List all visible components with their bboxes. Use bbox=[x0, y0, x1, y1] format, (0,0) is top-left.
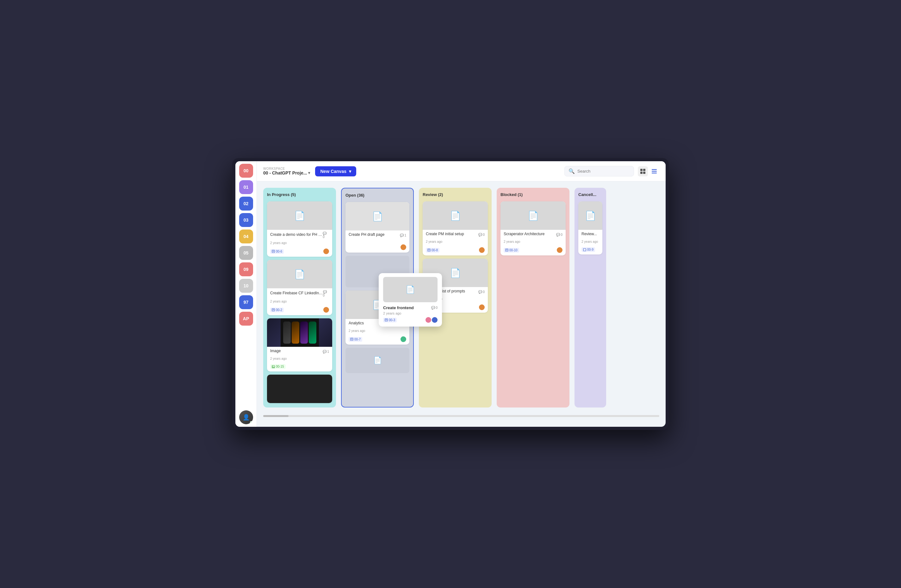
dragging-avatar-1 bbox=[426, 317, 431, 323]
app-window: 00 01 02 03 04 05 09 10 97 AP 👤 Workspac… bbox=[235, 161, 666, 427]
new-canvas-label: New Canvas bbox=[320, 169, 346, 174]
card-00-8[interactable]: 📄 Create PM initial setup 💬 0 2 years ag… bbox=[422, 201, 488, 255]
card-00-2-image: 📄 bbox=[267, 260, 332, 288]
card-00-10-time: 2 years ago bbox=[504, 240, 563, 243]
sidebar-item-ap[interactable]: AP bbox=[239, 312, 253, 326]
card-00-7-title: Analytics bbox=[349, 321, 364, 325]
sidebar-item-97[interactable]: 97 bbox=[239, 295, 253, 309]
svg-rect-3 bbox=[643, 172, 645, 174]
doc-icon: 📄 bbox=[450, 268, 461, 278]
card-ph-draft-comments: 💬 1 bbox=[400, 233, 406, 237]
svg-rect-6 bbox=[652, 173, 657, 174]
board-wrapper: In Progress (5) 📄 Create a demo video fo… bbox=[257, 182, 666, 427]
card-00-6-comments: 💬 0 bbox=[323, 232, 329, 239]
card-00-2-id: 00-2 bbox=[270, 308, 284, 312]
phone-shape-4 bbox=[309, 322, 316, 344]
doc-icon: 📄 bbox=[294, 269, 305, 280]
card-cancelled-image: 📄 bbox=[578, 201, 602, 230]
card-in-progress-bottom[interactable] bbox=[267, 375, 332, 403]
workspace-chevron-icon: ▾ bbox=[308, 171, 310, 175]
sidebar-item-03[interactable]: 03 bbox=[239, 213, 253, 227]
column-open-header: Open (36) bbox=[346, 193, 409, 198]
card-bottom-image bbox=[267, 375, 332, 403]
svg-rect-13 bbox=[272, 366, 274, 368]
horizontal-scrollbar[interactable] bbox=[263, 415, 659, 417]
sidebar-item-04[interactable]: 04 bbox=[239, 230, 253, 243]
phone-shape-3 bbox=[300, 322, 308, 344]
column-review-header: Review (2) bbox=[422, 192, 488, 197]
sidebar-item-00[interactable]: 00 bbox=[239, 164, 253, 178]
sidebar-item-01[interactable]: 01 bbox=[239, 180, 253, 194]
card-00-2-avatar bbox=[323, 307, 329, 313]
doc-icon: 📄 bbox=[294, 210, 305, 221]
card-ph-draft-image: 📄 bbox=[346, 202, 409, 230]
card-00-10[interactable]: 📄 Scraperator Architecture 💬 0 2 years a… bbox=[500, 201, 566, 255]
column-in-progress: In Progress (5) 📄 Create a demo video fo… bbox=[263, 188, 336, 408]
card-00-15[interactable]: Image 💬 1 2 years ago 00-15 bbox=[267, 318, 332, 372]
workspace-label: Workspace bbox=[263, 167, 310, 170]
search-box[interactable]: 🔍 bbox=[564, 166, 634, 176]
card-00-2-title: Create Firebase CF LinkedIn p... bbox=[270, 291, 323, 295]
svg-rect-0 bbox=[640, 169, 642, 171]
new-canvas-button[interactable]: New Canvas ▾ bbox=[315, 166, 356, 176]
card-00-15-comments: 💬 1 bbox=[323, 350, 329, 353]
phone-display bbox=[281, 318, 319, 347]
card-00-10-comments: 💬 0 bbox=[556, 233, 563, 236]
svg-point-14 bbox=[273, 366, 273, 366]
card-00-7-time: 2 years ago bbox=[349, 329, 406, 333]
sidebar-item-09[interactable]: 09 bbox=[239, 262, 253, 276]
card-00-8-id: 00-8 bbox=[426, 248, 440, 253]
workspace-name[interactable]: 00 - ChatGPT Proje... ▾ bbox=[263, 170, 310, 176]
card-00-15-title: Image bbox=[270, 349, 281, 353]
card-00-2-time: 2 years ago bbox=[270, 300, 329, 303]
card-00-10-image: 📄 bbox=[500, 201, 566, 230]
card-ph-draft-avatar bbox=[401, 244, 406, 250]
card-00-6-avatar bbox=[323, 249, 329, 254]
card-ph-draft[interactable]: 📄 Create PH draft page 💬 1 bbox=[346, 202, 409, 253]
list-view-button[interactable] bbox=[649, 166, 659, 176]
card-00-10-id: 00-10 bbox=[504, 248, 519, 253]
dragging-card-time: 2 years ago bbox=[383, 311, 438, 315]
user-avatar[interactable]: 👤 bbox=[239, 410, 253, 424]
dragging-card-id: 00-3 bbox=[383, 318, 397, 322]
phone-shape-2 bbox=[292, 322, 299, 344]
card-00-6[interactable]: 📄 Create a demo video for PH la... 💬 0 2… bbox=[267, 201, 332, 257]
column-cancelled-header: Cancell... bbox=[578, 192, 602, 197]
card-00-4-avatar bbox=[479, 305, 485, 310]
doc-icon: 📄 bbox=[585, 210, 596, 221]
column-blocked: Blocked (1) 📄 Scraperator Architecture 💬… bbox=[497, 188, 569, 408]
card-00-15-time: 2 years ago bbox=[270, 357, 329, 360]
sidebar-item-02[interactable]: 02 bbox=[239, 197, 253, 210]
card-00-8-title: Create PM initial setup bbox=[426, 232, 464, 236]
card-00-2[interactable]: 📄 Create Firebase CF LinkedIn p... 💬 0 2… bbox=[267, 260, 332, 315]
dragging-card-title: Create frontend bbox=[383, 305, 414, 310]
card-cancelled[interactable]: 📄 Review... 2 years ago bbox=[578, 201, 602, 255]
sidebar: 00 01 02 03 04 05 09 10 97 AP 👤 bbox=[235, 161, 257, 427]
search-input[interactable] bbox=[577, 169, 630, 174]
sidebar-item-10[interactable]: 10 bbox=[239, 279, 253, 293]
scrollbar-thumb[interactable] bbox=[263, 415, 288, 417]
sidebar-item-05[interactable]: 05 bbox=[239, 246, 253, 260]
card-00-6-id: 00-6 bbox=[270, 249, 284, 254]
card-ph-draft-title: Create PH draft page bbox=[349, 232, 384, 237]
header-right: 🔍 bbox=[564, 166, 659, 176]
card-00-6-title: Create a demo video for PH la... bbox=[270, 232, 323, 237]
card-00-15-image bbox=[267, 318, 332, 347]
card-00-6-time: 2 years ago bbox=[270, 241, 329, 245]
search-icon: 🔍 bbox=[569, 168, 575, 174]
column-cancelled: Cancell... 📄 Review... 2 years ago bbox=[575, 188, 606, 408]
doc-icon: 📄 bbox=[372, 211, 383, 222]
grid-view-button[interactable] bbox=[638, 166, 648, 176]
header: Workspace 00 - ChatGPT Proje... ▾ New Ca… bbox=[257, 161, 666, 182]
card-00-7-id: 00-7 bbox=[349, 337, 362, 342]
card-00-4-comments: 💬 0 bbox=[479, 290, 485, 294]
card-00-2-comments: 💬 0 bbox=[323, 290, 329, 297]
column-in-progress-header: In Progress (5) bbox=[267, 192, 332, 197]
dragging-card[interactable]: 📄 Create frontend 💬 0 2 years ago 00-3 bbox=[379, 273, 442, 327]
card-00-15-id: 00-15 bbox=[270, 364, 286, 369]
phone-shape-1 bbox=[283, 322, 291, 344]
doc-icon: 📄 bbox=[450, 210, 461, 221]
svg-rect-1 bbox=[643, 169, 645, 171]
dragging-card-avatars bbox=[426, 317, 438, 323]
card-00-8-time: 2 years ago bbox=[426, 240, 485, 243]
